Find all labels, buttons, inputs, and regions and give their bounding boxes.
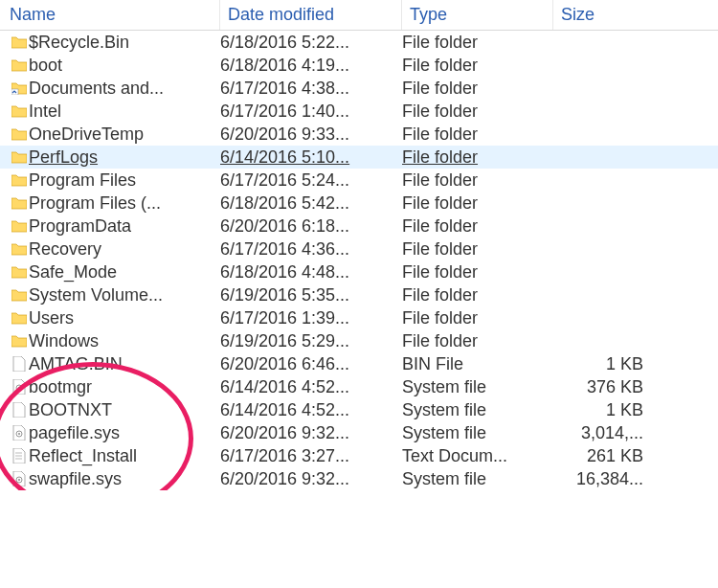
file-type: File folder	[402, 193, 553, 214]
file-row[interactable]: PerfLogs6/14/2016 5:10...File folder	[0, 146, 718, 169]
file-name: bootmgr	[29, 377, 220, 397]
file-date: 6/20/2016 6:46...	[220, 354, 402, 374]
file-size: 16,384...	[553, 469, 649, 489]
system-file-icon	[10, 421, 29, 444]
folder-icon	[10, 169, 29, 192]
folder-icon	[10, 237, 29, 260]
folder-icon	[10, 100, 29, 123]
column-header-row: Name Date modified Type Size	[0, 0, 718, 31]
file-date: 6/18/2016 4:48...	[220, 262, 402, 283]
file-type: File folder	[402, 56, 553, 76]
file-row[interactable]: Users6/17/2016 1:39...File folder	[0, 306, 718, 329]
file-icon	[10, 352, 29, 375]
file-date: 6/14/2016 4:52...	[220, 400, 402, 420]
file-name: Intel	[29, 102, 220, 122]
folder-icon	[10, 146, 29, 169]
file-date: 6/20/2016 6:18...	[220, 216, 402, 237]
file-name: PerfLogs	[29, 147, 220, 168]
folder-shortcut-icon	[10, 77, 29, 100]
file-type: File folder	[402, 102, 553, 122]
file-size: 1 KB	[553, 400, 649, 420]
file-row[interactable]: ProgramData6/20/2016 6:18...File folder	[0, 215, 718, 237]
file-type: File folder	[402, 308, 553, 328]
file-row[interactable]: Program Files6/17/2016 5:24...File folde…	[0, 169, 718, 192]
file-date: 6/17/2016 1:40...	[220, 102, 402, 122]
file-date: 6/18/2016 5:42...	[220, 193, 402, 214]
file-date: 6/20/2016 9:32...	[220, 423, 402, 443]
file-name: Safe_Mode	[29, 262, 220, 283]
file-type: BIN File	[402, 354, 553, 374]
folder-icon	[10, 192, 29, 215]
folder-icon	[10, 31, 29, 54]
system-file-icon	[10, 375, 29, 398]
file-size: 3,014,...	[553, 423, 649, 443]
file-type: File folder	[402, 331, 553, 351]
folder-icon	[10, 306, 29, 329]
file-name: System Volume...	[29, 285, 220, 305]
file-type: System file	[402, 423, 553, 443]
file-type: File folder	[402, 262, 553, 283]
folder-icon	[10, 54, 29, 77]
file-type: File folder	[402, 216, 553, 237]
file-name: Program Files	[29, 170, 220, 191]
file-name: AMTAG.BIN	[29, 354, 220, 374]
file-date: 6/14/2016 5:10...	[220, 147, 402, 168]
svg-point-9	[18, 479, 20, 481]
file-name: Users	[29, 308, 220, 328]
file-name: Reflect_Install	[29, 446, 220, 466]
file-type: File folder	[402, 33, 553, 53]
file-row[interactable]: boot6/18/2016 4:19...File folder	[0, 54, 718, 77]
file-row[interactable]: Windows6/19/2016 5:29...File folder	[0, 329, 718, 352]
file-row[interactable]: Reflect_Install6/17/2016 3:27...Text Doc…	[0, 444, 718, 467]
file-row[interactable]: OneDriveTemp6/20/2016 9:33...File folder	[0, 123, 718, 146]
folder-icon	[10, 260, 29, 283]
folder-icon	[10, 329, 29, 352]
file-row[interactable]: Documents and...6/17/2016 4:38...File fo…	[0, 77, 718, 100]
file-date: 6/14/2016 4:52...	[220, 377, 402, 397]
folder-icon	[10, 283, 29, 306]
file-date: 6/19/2016 5:29...	[220, 331, 402, 351]
column-header-type[interactable]: Type	[402, 0, 553, 30]
file-type: File folder	[402, 285, 553, 305]
file-date: 6/17/2016 1:39...	[220, 308, 402, 328]
file-row[interactable]: Recovery6/17/2016 4:36...File folder	[0, 237, 718, 260]
column-header-size[interactable]: Size	[553, 0, 668, 30]
file-type: System file	[402, 400, 553, 420]
file-row[interactable]: pagefile.sys6/20/2016 9:32...System file…	[0, 421, 718, 444]
file-name: Documents and...	[29, 79, 220, 99]
file-row[interactable]: Program Files (...6/18/2016 5:42...File …	[0, 192, 718, 215]
file-icon	[10, 398, 29, 421]
file-name: BOOTNXT	[29, 400, 220, 420]
file-size: 261 KB	[553, 446, 649, 466]
file-row[interactable]: $Recycle.Bin6/18/2016 5:22...File folder	[0, 31, 718, 54]
svg-point-4	[18, 433, 20, 435]
file-name: pagefile.sys	[29, 423, 220, 443]
file-row[interactable]: Safe_Mode6/18/2016 4:48...File folder	[0, 260, 718, 283]
file-name: boot	[29, 56, 220, 76]
column-header-date[interactable]: Date modified	[220, 0, 402, 30]
file-row[interactable]: BOOTNXT6/14/2016 4:52...System file1 KB	[0, 398, 718, 421]
file-size: 1 KB	[553, 354, 649, 374]
file-date: 6/20/2016 9:33...	[220, 124, 402, 145]
file-name: Recovery	[29, 239, 220, 260]
file-size: 376 KB	[553, 377, 649, 397]
file-type: File folder	[402, 147, 553, 168]
text-file-icon	[10, 444, 29, 467]
file-name: ProgramData	[29, 216, 220, 237]
system-file-icon	[10, 467, 29, 490]
file-date: 6/19/2016 5:35...	[220, 285, 402, 305]
file-type: Text Docum...	[402, 446, 553, 466]
file-row[interactable]: System Volume...6/19/2016 5:35...File fo…	[0, 283, 718, 306]
file-row[interactable]: swapfile.sys6/20/2016 9:32...System file…	[0, 467, 718, 490]
file-type: System file	[402, 469, 553, 489]
file-date: 6/20/2016 9:32...	[220, 469, 402, 489]
file-type: File folder	[402, 170, 553, 191]
file-name: Windows	[29, 331, 220, 351]
column-header-name[interactable]: Name	[0, 0, 220, 30]
file-row[interactable]: bootmgr6/14/2016 4:52...System file376 K…	[0, 375, 718, 398]
file-name: $Recycle.Bin	[29, 33, 220, 53]
file-row[interactable]: Intel6/17/2016 1:40...File folder	[0, 100, 718, 123]
file-row[interactable]: AMTAG.BIN6/20/2016 6:46...BIN File1 KB	[0, 352, 718, 375]
file-date: 6/18/2016 4:19...	[220, 56, 402, 76]
file-name: OneDriveTemp	[29, 124, 220, 145]
